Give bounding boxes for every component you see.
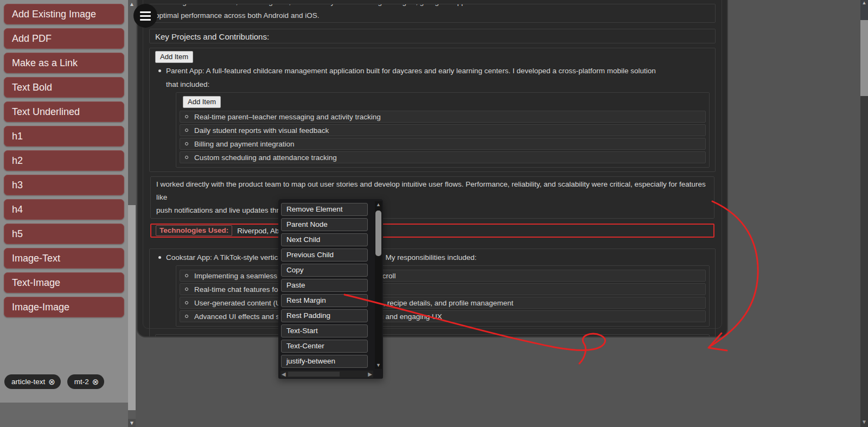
paragraph1-row[interactable]: I worked directly with the product team … xyxy=(150,176,714,219)
sidebar-button[interactable]: Text Underlined xyxy=(4,101,124,122)
context-menu-item[interactable]: Next Child xyxy=(281,233,368,246)
chevron-down-icon[interactable]: ▼ xyxy=(860,419,868,425)
chevron-left-icon[interactable]: ◀ xyxy=(282,371,286,378)
context-menu-hscrollbar-thumb[interactable] xyxy=(288,372,340,377)
bullet-dot-icon xyxy=(158,256,161,259)
context-menu-item[interactable]: Rest Margin xyxy=(281,294,368,307)
paragraph1-line1: I worked directly with the product team … xyxy=(156,178,709,204)
add-item-button[interactable]: Add Item xyxy=(155,51,193,63)
hamburger-menu-icon[interactable] xyxy=(133,4,157,28)
project2-title-text: Cookstar App: A TikTok-style vertical vi… xyxy=(166,251,711,264)
project2-feature-list: Implementing a seamless vertical video f… xyxy=(176,265,710,327)
context-menu-items: Remove ElementParent NodeNext ChildPrevi… xyxy=(281,203,368,370)
feature-rows: Real-time parent–teacher messaging and a… xyxy=(180,111,706,163)
project1-section[interactable]: Add Item Parent App: A full-featured chi… xyxy=(149,48,716,172)
sidebar-button[interactable]: h5 xyxy=(4,224,124,244)
circle-bullet-icon xyxy=(185,129,188,132)
context-menu-item[interactable]: Text-Center xyxy=(281,340,368,353)
context-menu-item[interactable]: Parent Node xyxy=(281,218,368,231)
feature-text: Billing and payment integration xyxy=(194,140,295,148)
context-menu-scrollbar-thumb[interactable] xyxy=(375,211,381,256)
sidebar-bottom-strip xyxy=(0,403,136,427)
element-context-menu: Remove ElementParent NodeNext ChildPrevi… xyxy=(278,199,383,379)
context-menu-horizontal-scrollbar[interactable]: ◀ ▶ xyxy=(280,371,373,378)
paragraph2-row[interactable]: I also focused on optimizing media rende… xyxy=(155,334,710,337)
feature-row[interactable]: Advanced UI effects and smooth animation… xyxy=(180,310,706,322)
context-menu-item[interactable]: Copy xyxy=(281,264,368,277)
circle-bullet-icon xyxy=(185,274,188,277)
feature-rows: Implementing a seamless vertical video f… xyxy=(180,270,706,322)
remove-tag-icon[interactable]: ⊗ xyxy=(48,377,55,387)
class-tag-pill[interactable]: article-text ⊗ xyxy=(4,374,61,389)
context-menu-vertical-scrollbar[interactable]: ▲ ▼ xyxy=(375,201,382,369)
sidebar-button[interactable]: Image-Text xyxy=(4,248,124,269)
feature-text: Daily student reports with visual feedba… xyxy=(194,126,329,135)
sidebar-button[interactable]: h4 xyxy=(4,199,124,220)
technologies-row-selected[interactable]: Technologies Used: Riverpod, Ably. xyxy=(150,224,714,238)
sidebar-button[interactable]: h1 xyxy=(4,126,124,146)
sidebar-button[interactable]: Make as a Link xyxy=(4,53,124,73)
tag-label: article-text xyxy=(11,378,45,386)
bullet-dot-icon xyxy=(158,69,161,72)
sidebar-button[interactable]: h3 xyxy=(4,175,124,195)
context-menu-item[interactable]: justify-between xyxy=(281,355,368,368)
sidebar-button[interactable]: h2 xyxy=(4,150,124,171)
project2-title[interactable]: Cookstar App: A TikTok-style vertical vi… xyxy=(154,251,711,264)
document-inner-container: delivering fast load times, fluid naviga… xyxy=(143,0,722,329)
sidebar-scrollbar[interactable]: ▲ ▼ xyxy=(128,0,136,427)
sidebar-button[interactable]: Add PDF xyxy=(4,28,124,49)
context-menu-item[interactable]: Text-Start xyxy=(281,324,368,337)
class-tag-pill[interactable]: mt-2 ⊗ xyxy=(67,374,105,389)
context-menu-item[interactable]: Rest Padding xyxy=(281,309,368,322)
sidebar-button[interactable]: Image-Image xyxy=(4,297,124,317)
chevron-down-icon[interactable]: ▼ xyxy=(128,419,136,427)
page-scrollbar[interactable]: ▲ ▼ xyxy=(860,0,868,427)
tag-label: mt-2 xyxy=(74,378,89,386)
project2-section[interactable]: Cookstar App: A TikTok-style vertical vi… xyxy=(149,248,716,337)
project1-title-line2: that included: xyxy=(166,78,711,91)
intro-paragraph-text: delivering fast load times, fluid naviga… xyxy=(155,4,710,22)
feature-row[interactable]: Implementing a seamless vertical video f… xyxy=(180,270,706,282)
remove-tag-icon[interactable]: ⊗ xyxy=(92,377,99,387)
sidebar-button[interactable]: Text-Image xyxy=(4,272,124,293)
feature-row[interactable]: User-generated content (UGC) support wit… xyxy=(180,297,706,309)
project1-title-line1: Parent App: A full-featured childcare ma… xyxy=(166,64,711,78)
feature-row[interactable]: Real-time chat features for viewer–creat… xyxy=(180,283,706,295)
chevron-up-icon[interactable]: ▲ xyxy=(128,1,136,8)
feature-row[interactable]: Billing and payment integration xyxy=(180,138,706,150)
sidebar-tag-list: article-text ⊗ mt-2 ⊗ xyxy=(4,374,104,389)
feature-row[interactable]: Daily student reports with visual feedba… xyxy=(180,124,706,136)
circle-bullet-icon xyxy=(185,142,188,145)
feature-row[interactable]: Custom scheduling and attendance trackin… xyxy=(180,151,706,163)
circle-bullet-icon xyxy=(185,288,188,291)
feature-row[interactable]: Real-time parent–teacher messaging and a… xyxy=(180,111,706,123)
chevron-right-icon[interactable]: ▶ xyxy=(368,371,372,378)
sidebar-button[interactable]: Text Bold xyxy=(4,77,124,98)
chevron-down-icon[interactable]: ▼ xyxy=(375,362,382,368)
page-scrollbar-thumb[interactable] xyxy=(860,20,868,96)
component-sidebar: Add Existing ImageAdd PDFMake as a LinkT… xyxy=(0,0,136,403)
scrollbar-up-button[interactable]: ▲ xyxy=(860,0,868,20)
sidebar-button-list: Add Existing ImageAdd PDFMake as a LinkT… xyxy=(4,4,124,321)
circle-bullet-icon xyxy=(185,315,188,318)
technologies-label: Technologies Used: xyxy=(156,225,232,236)
circle-bullet-icon xyxy=(185,156,188,159)
chevron-up-icon[interactable]: ▲ xyxy=(375,202,382,208)
circle-bullet-icon xyxy=(185,115,188,118)
document-editor-panel: delivering fast load times, fluid naviga… xyxy=(137,0,728,337)
sidebar-button[interactable]: Add Existing Image xyxy=(4,4,124,24)
sidebar-scrollbar-thumb[interactable] xyxy=(128,205,136,410)
context-menu-item[interactable]: Previous Child xyxy=(281,248,368,262)
add-item-button[interactable]: Add Item xyxy=(183,96,221,108)
context-menu-item[interactable]: Paste xyxy=(281,279,368,292)
intro-paragraph-row[interactable]: delivering fast load times, fluid naviga… xyxy=(149,4,716,23)
section-heading-row[interactable]: Key Projects and Contributions: xyxy=(149,29,716,43)
feature-text: Real-time parent–teacher messaging and a… xyxy=(194,113,381,121)
circle-bullet-icon xyxy=(185,301,188,304)
paragraph1-line2: push notifications and live updates thro… xyxy=(156,204,709,217)
project1-title[interactable]: Parent App: A full-featured childcare ma… xyxy=(154,64,711,91)
context-menu-item[interactable]: Remove Element xyxy=(281,203,368,216)
feature-text: Custom scheduling and attendance trackin… xyxy=(194,154,337,162)
project1-feature-list: Add Item Real-time parent–teacher messag… xyxy=(176,92,710,168)
